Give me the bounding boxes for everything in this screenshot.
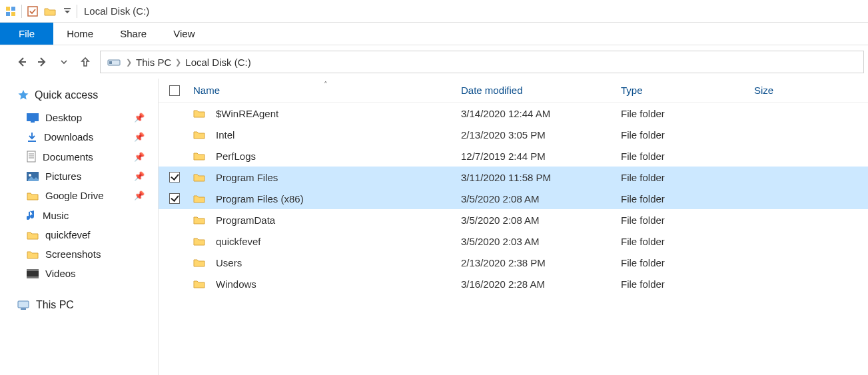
file-list: ˄ Name Date modified Type Size $WinREAge… [159, 79, 868, 375]
sidebar-item-label: Google Drive [45, 190, 104, 201]
chevron-right-icon[interactable]: ❯ [175, 58, 181, 67]
pictures-icon [27, 172, 39, 181]
file-row[interactable]: $WinREAgent3/14/2020 12:44 AMFile folder [159, 103, 868, 124]
svg-rect-23 [21, 308, 26, 310]
qat-dropdown-icon[interactable] [59, 3, 75, 19]
pin-icon: 📌 [134, 190, 145, 200]
sidebar-item-label: Desktop [45, 112, 82, 123]
sidebar-item-label: Screenshots [45, 248, 101, 260]
tab-file[interactable]: File [0, 23, 53, 45]
cell-name: quickfevef [191, 236, 461, 247]
file-row[interactable]: PerfLogs12/7/2019 2:44 PMFile folder [159, 145, 868, 167]
sidebar-item[interactable]: Videos [17, 264, 151, 283]
column-header-type[interactable]: Type [621, 85, 754, 96]
select-all-checkbox[interactable] [159, 85, 191, 96]
sidebar-item[interactable]: Pictures📌 [17, 167, 151, 186]
file-row[interactable]: Intel2/13/2020 3:05 PMFile folder [159, 124, 868, 145]
svg-rect-0 [6, 7, 10, 11]
svg-point-18 [29, 174, 31, 177]
cell-name: Program Files [191, 172, 461, 183]
cell-date: 3/14/2020 12:44 AM [461, 108, 621, 119]
breadcrumb-current[interactable]: Local Disk (C:) [185, 57, 250, 68]
row-checkbox[interactable] [159, 278, 191, 289]
folder-icon [193, 258, 205, 267]
tab-share[interactable]: Share [107, 23, 160, 45]
svg-rect-9 [109, 61, 112, 64]
file-row[interactable]: Program Files (x86)3/5/2020 2:08 AMFile … [159, 188, 868, 209]
row-checkbox[interactable] [159, 214, 191, 225]
tab-label: File [19, 28, 35, 39]
quick-access-toolbar [3, 3, 75, 19]
sidebar-item[interactable]: Google Drive📌 [17, 186, 151, 205]
file-name: Windows [216, 278, 256, 290]
svg-rect-4 [28, 7, 37, 16]
column-header-date[interactable]: Date modified [461, 85, 621, 96]
folder-icon [193, 151, 205, 161]
svg-rect-12 [28, 141, 36, 142]
pc-icon [17, 300, 31, 310]
folder-icon [193, 173, 205, 182]
cell-type: File folder [621, 236, 754, 247]
pin-icon: 📌 [134, 113, 145, 123]
file-row[interactable]: quickfevef3/5/2020 2:03 AMFile folder [159, 230, 868, 252]
app-icon[interactable] [3, 3, 19, 19]
svg-rect-5 [64, 8, 71, 9]
tab-home[interactable]: Home [53, 23, 107, 45]
row-checkbox[interactable] [159, 151, 191, 161]
sidebar-item-label: Pictures [45, 171, 81, 182]
back-button[interactable] [13, 54, 29, 70]
sort-indicator-icon: ˄ [324, 81, 328, 89]
document-icon [27, 151, 36, 163]
cell-name: Intel [191, 129, 461, 141]
column-header-size[interactable]: Size [754, 85, 834, 96]
row-checkbox[interactable] [159, 236, 191, 246]
nav-buttons [4, 54, 93, 70]
row-checkbox[interactable] [159, 257, 191, 268]
cell-name: Program Files (x86) [191, 193, 461, 204]
folder-icon [193, 279, 205, 288]
up-button[interactable] [77, 54, 93, 70]
cell-name: Windows [191, 278, 461, 290]
ribbon-tabs: File Home Share View [0, 23, 868, 45]
tab-view[interactable]: View [160, 23, 208, 45]
sidebar-item[interactable]: Downloads📌 [17, 127, 151, 147]
file-row[interactable]: Program Files3/11/2020 11:58 PMFile fold… [159, 167, 868, 188]
cell-type: File folder [621, 108, 754, 119]
quick-access-header[interactable]: Quick access [17, 89, 151, 101]
forward-button[interactable] [35, 54, 51, 70]
file-row[interactable]: Windows3/16/2020 2:28 AMFile folder [159, 273, 868, 294]
recent-dropdown-icon[interactable] [56, 54, 72, 70]
file-row[interactable]: ProgramData3/5/2020 2:08 AMFile folder [159, 209, 868, 230]
folder-icon [27, 191, 39, 200]
this-pc-header[interactable]: This PC [17, 299, 151, 311]
cell-date: 12/7/2019 2:44 PM [461, 151, 621, 162]
sidebar-item[interactable]: Documents📌 [17, 147, 151, 167]
cell-date: 3/5/2020 2:03 AM [461, 236, 621, 247]
address-bar[interactable]: ❯ This PC ❯ Local Disk (C:) [100, 51, 864, 73]
folder-icon [193, 215, 205, 224]
file-name: $WinREAgent [216, 108, 278, 119]
sidebar-item[interactable]: Music [17, 205, 151, 225]
sidebar-item[interactable]: Screenshots [17, 244, 151, 264]
row-checkbox[interactable] [159, 172, 191, 183]
sidebar-item[interactable]: quickfevef [17, 225, 151, 244]
column-label: Date modified [461, 85, 523, 96]
sidebar-item-label: Videos [45, 268, 76, 279]
column-header-name[interactable]: ˄ Name [191, 85, 461, 96]
properties-icon[interactable] [25, 3, 41, 19]
download-icon [27, 132, 37, 143]
new-folder-icon[interactable] [42, 3, 58, 19]
music-icon [27, 209, 36, 221]
sidebar-item-label: Downloads [44, 131, 93, 143]
file-row[interactable]: Users2/13/2020 2:38 PMFile folder [159, 252, 868, 273]
cell-name: Users [191, 257, 461, 268]
row-checkbox[interactable] [159, 108, 191, 119]
row-checkbox[interactable] [159, 129, 191, 140]
sidebar-item[interactable]: Desktop📌 [17, 108, 151, 127]
file-name: ProgramData [216, 214, 275, 226]
desktop-icon [27, 113, 39, 123]
breadcrumb-root[interactable]: This PC [136, 57, 171, 68]
column-label: Name [193, 85, 220, 96]
chevron-right-icon[interactable]: ❯ [126, 58, 132, 67]
row-checkbox[interactable] [159, 193, 191, 204]
